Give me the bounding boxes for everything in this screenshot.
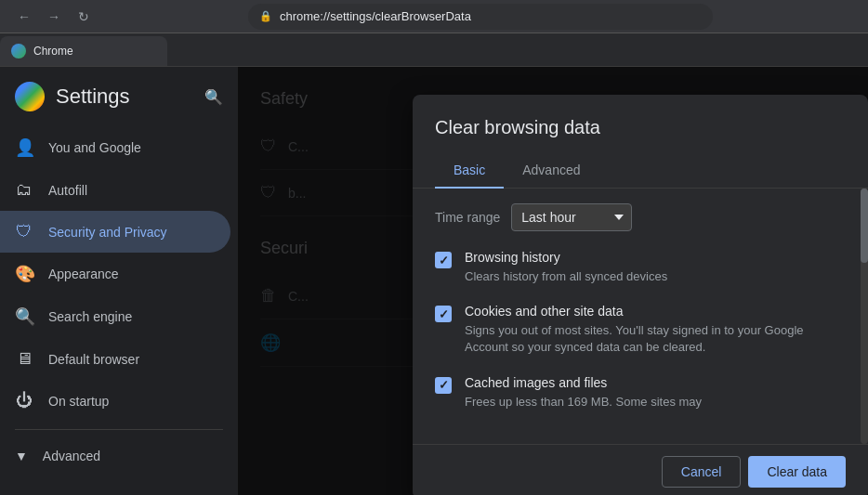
appearance-icon: 🎨 xyxy=(15,264,33,284)
main-layout: Settings 🔍 👤 You and Google 🗂 Autofill 🛡… xyxy=(0,67,868,495)
address-text: chrome://settings/clearBrowserData xyxy=(280,9,471,23)
sidebar-label-you-and-google: You and Google xyxy=(48,140,141,155)
dialog-title: Clear browsing data xyxy=(435,117,600,137)
dialog-footer: Cancel Clear data xyxy=(413,444,868,495)
cookies-checkbox[interactable]: ✓ xyxy=(435,306,452,322)
cached-images-desc: Frees up less than 169 MB. Some sites ma… xyxy=(465,394,702,410)
cached-images-item: ✓ Cached images and files Frees up less … xyxy=(435,375,846,410)
cookies-desc: Signs you out of most sites. You'll stay… xyxy=(465,322,846,356)
shield-icon: 🛡 xyxy=(15,222,33,241)
sidebar-item-you-and-google[interactable]: 👤 You and Google xyxy=(0,126,230,169)
modal-overlay: Clear browsing data Basic Advanced xyxy=(238,67,868,495)
tab-title: Chrome xyxy=(33,45,73,58)
scrollbar-thumb[interactable] xyxy=(861,189,868,263)
nav-buttons: ← → ↻ xyxy=(11,4,97,30)
address-bar[interactable]: 🔒 chrome://settings/clearBrowserData xyxy=(248,4,713,30)
browser-chrome: ← → ↻ 🔒 chrome://settings/clearBrowserDa… xyxy=(0,0,868,33)
sidebar-item-autofill[interactable]: 🗂 Autofill xyxy=(0,169,230,211)
cached-images-text: Cached images and files Frees up less th… xyxy=(465,375,702,410)
dialog-content: Time range Last hour Last 24 hours Last … xyxy=(413,189,868,444)
sidebar-label-security: Security and Privacy xyxy=(48,225,167,240)
time-range-label: Time range xyxy=(435,210,500,225)
clear-browsing-data-dialog: Clear browsing data Basic Advanced xyxy=(413,95,868,495)
browsing-history-checkbox-wrapper[interactable]: ✓ xyxy=(435,252,452,268)
settings-header: Settings 🔍 xyxy=(0,82,238,126)
reload-button[interactable]: ↻ xyxy=(71,4,97,30)
cookies-item: ✓ Cookies and other site data Signs you … xyxy=(435,304,846,356)
cookies-checkmark-icon: ✓ xyxy=(439,307,449,321)
forward-button[interactable]: → xyxy=(41,4,67,30)
person-icon: 👤 xyxy=(15,137,33,158)
sidebar-item-search-engine[interactable]: 🔍 Search engine xyxy=(0,295,230,338)
settings-logo xyxy=(15,82,45,111)
cached-images-checkbox-wrapper[interactable]: ✓ xyxy=(435,377,452,394)
browsing-history-text: Browsing history Clears history from all… xyxy=(465,250,667,285)
back-button[interactable]: ← xyxy=(11,4,37,30)
browsing-history-desc: Clears history from all synced devices xyxy=(465,268,667,285)
sidebar: Settings 🔍 👤 You and Google 🗂 Autofill 🛡… xyxy=(0,67,238,495)
time-range-select[interactable]: Last hour Last 24 hours Last 7 days Last… xyxy=(511,203,632,231)
sidebar-item-appearance[interactable]: 🎨 Appearance xyxy=(0,253,230,295)
dialog-header: Clear browsing data xyxy=(413,95,868,153)
sidebar-label-advanced: Advanced xyxy=(43,449,100,463)
browsing-history-title: Browsing history xyxy=(465,250,667,265)
tab-basic[interactable]: Basic xyxy=(435,153,504,189)
tab-favicon xyxy=(11,44,26,59)
sidebar-label-search-engine: Search engine xyxy=(48,309,132,324)
cached-images-checkbox[interactable]: ✓ xyxy=(435,377,452,394)
search-engine-icon: 🔍 xyxy=(15,306,33,327)
sidebar-divider xyxy=(15,429,223,430)
browser-icon: 🖥 xyxy=(15,349,33,369)
startup-icon: ⏻ xyxy=(15,391,33,410)
clear-data-button[interactable]: Clear data xyxy=(748,456,846,488)
sidebar-label-on-startup: On startup xyxy=(48,394,109,409)
tab-strip: Chrome xyxy=(0,33,868,67)
cached-checkmark-icon: ✓ xyxy=(439,378,449,392)
browsing-history-item: ✓ Browsing history Clears history from a… xyxy=(435,250,846,285)
autofill-icon: 🗂 xyxy=(15,180,33,200)
cookies-title: Cookies and other site data xyxy=(465,304,846,319)
dialog-tabs: Basic Advanced xyxy=(413,153,868,189)
cookies-checkbox-wrapper[interactable]: ✓ xyxy=(435,306,452,322)
advanced-expand-icon: ▼ xyxy=(15,449,28,463)
content-area: Safety 🛡 C... 🛡 b... Securi 🗑 C... 🌐 xyxy=(238,67,868,495)
sidebar-item-security-privacy[interactable]: 🛡 Security and Privacy xyxy=(0,211,230,253)
checkmark-icon: ✓ xyxy=(439,254,449,267)
cached-images-title: Cached images and files xyxy=(465,375,702,390)
sidebar-label-default-browser: Default browser xyxy=(48,352,139,367)
settings-title: Settings xyxy=(56,85,130,109)
chrome-tab[interactable]: Chrome xyxy=(0,36,167,66)
tab-advanced[interactable]: Advanced xyxy=(504,153,598,189)
sidebar-label-appearance: Appearance xyxy=(48,267,119,281)
browsing-history-checkbox[interactable]: ✓ xyxy=(435,252,452,268)
cancel-button[interactable]: Cancel xyxy=(662,456,742,488)
sidebar-label-autofill: Autofill xyxy=(48,183,87,198)
sidebar-item-default-browser[interactable]: 🖥 Default browser xyxy=(0,338,230,380)
sidebar-item-advanced[interactable]: ▼ Advanced xyxy=(0,437,238,475)
time-range-row: Time range Last hour Last 24 hours Last … xyxy=(435,203,846,231)
cookies-text: Cookies and other site data Signs you ou… xyxy=(465,304,846,356)
sidebar-item-on-startup[interactable]: ⏻ On startup xyxy=(0,380,230,422)
search-button[interactable]: 🔍 xyxy=(204,88,223,106)
scrollbar-track[interactable] xyxy=(861,189,868,444)
lock-icon: 🔒 xyxy=(259,10,272,22)
